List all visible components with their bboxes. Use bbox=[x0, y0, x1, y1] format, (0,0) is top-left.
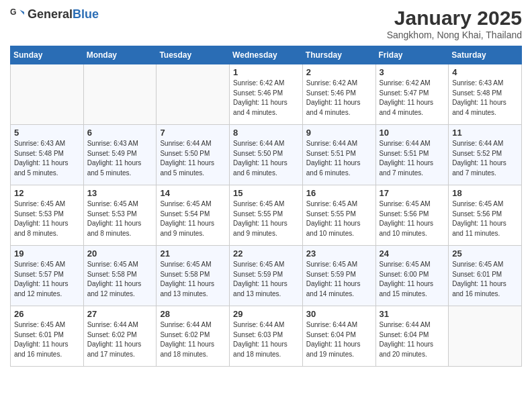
cell-info: Sunrise: 6:43 AMSunset: 5:48 PMDaylight:… bbox=[14, 139, 80, 178]
cell-info: Sunrise: 6:44 AMSunset: 5:52 PMDaylight:… bbox=[452, 139, 518, 178]
cell-info: Sunrise: 6:44 AMSunset: 5:50 PMDaylight:… bbox=[233, 139, 299, 178]
cell-info: Sunrise: 6:44 AMSunset: 6:03 PMDaylight:… bbox=[233, 320, 299, 359]
calendar-cell: 19Sunrise: 6:45 AMSunset: 5:57 PMDayligh… bbox=[11, 246, 84, 306]
day-number: 11 bbox=[452, 128, 518, 138]
calendar-cell: 1Sunrise: 6:42 AMSunset: 5:46 PMDaylight… bbox=[230, 64, 303, 125]
title-block: January 2025 Sangkhom, Nong Khai, Thaila… bbox=[387, 7, 522, 40]
day-number: 29 bbox=[233, 309, 299, 319]
weekday-header-tuesday: Tuesday bbox=[157, 46, 230, 64]
calendar-cell: 27Sunrise: 6:44 AMSunset: 6:02 PMDayligh… bbox=[83, 306, 157, 367]
day-number: 1 bbox=[233, 67, 299, 77]
day-number: 14 bbox=[160, 188, 226, 198]
calendar-cell: 24Sunrise: 6:45 AMSunset: 6:00 PMDayligh… bbox=[375, 246, 449, 306]
calendar-cell: 13Sunrise: 6:45 AMSunset: 5:53 PMDayligh… bbox=[83, 185, 157, 246]
logo-blue: Blue bbox=[73, 8, 99, 20]
day-number: 12 bbox=[14, 188, 80, 198]
cell-info: Sunrise: 6:45 AMSunset: 5:56 PMDaylight:… bbox=[452, 199, 518, 238]
logo-icon: G bbox=[10, 7, 25, 21]
calendar-cell: 21Sunrise: 6:45 AMSunset: 5:58 PMDayligh… bbox=[157, 246, 230, 306]
cell-info: Sunrise: 6:45 AMSunset: 5:53 PMDaylight:… bbox=[87, 199, 153, 238]
day-number: 23 bbox=[306, 248, 372, 259]
day-number: 26 bbox=[14, 309, 80, 319]
calendar-cell bbox=[11, 64, 84, 125]
calendar-cell: 3Sunrise: 6:42 AMSunset: 5:47 PMDaylight… bbox=[375, 64, 449, 125]
cell-info: Sunrise: 6:45 AMSunset: 5:59 PMDaylight:… bbox=[233, 260, 299, 299]
location: Sangkhom, Nong Khai, Thailand bbox=[387, 30, 522, 40]
day-number: 8 bbox=[233, 128, 299, 138]
calendar-week-row: 5Sunrise: 6:43 AMSunset: 5:48 PMDaylight… bbox=[11, 125, 522, 185]
calendar-cell: 22Sunrise: 6:45 AMSunset: 5:59 PMDayligh… bbox=[230, 246, 303, 306]
day-number: 19 bbox=[14, 248, 80, 259]
calendar-cell: 2Sunrise: 6:42 AMSunset: 5:46 PMDaylight… bbox=[302, 64, 375, 125]
cell-info: Sunrise: 6:44 AMSunset: 6:04 PMDaylight:… bbox=[380, 320, 445, 359]
cell-info: Sunrise: 6:44 AMSunset: 5:51 PMDaylight:… bbox=[306, 139, 372, 178]
calendar-cell: 23Sunrise: 6:45 AMSunset: 5:59 PMDayligh… bbox=[302, 246, 375, 306]
page-header: G General Blue January 2025 Sangkhom, No… bbox=[10, 7, 522, 40]
logo-general: General bbox=[28, 8, 73, 20]
day-number: 13 bbox=[87, 188, 153, 198]
calendar-cell: 12Sunrise: 6:45 AMSunset: 5:53 PMDayligh… bbox=[11, 185, 84, 246]
calendar-cell: 4Sunrise: 6:43 AMSunset: 5:48 PMDaylight… bbox=[449, 64, 522, 125]
calendar-week-row: 19Sunrise: 6:45 AMSunset: 5:57 PMDayligh… bbox=[11, 246, 522, 306]
svg-marker-1 bbox=[19, 9, 24, 15]
logo: G General Blue bbox=[10, 7, 99, 21]
day-number: 5 bbox=[14, 128, 80, 138]
day-number: 4 bbox=[452, 67, 518, 77]
weekday-header-sunday: Sunday bbox=[11, 46, 84, 64]
cell-info: Sunrise: 6:45 AMSunset: 6:00 PMDaylight:… bbox=[380, 260, 445, 299]
day-number: 27 bbox=[87, 309, 153, 319]
calendar-cell: 20Sunrise: 6:45 AMSunset: 5:58 PMDayligh… bbox=[83, 246, 157, 306]
calendar-cell: 30Sunrise: 6:44 AMSunset: 6:04 PMDayligh… bbox=[302, 306, 375, 367]
cell-info: Sunrise: 6:45 AMSunset: 5:58 PMDaylight:… bbox=[160, 260, 226, 299]
cell-info: Sunrise: 6:42 AMSunset: 5:47 PMDaylight:… bbox=[380, 79, 445, 118]
calendar-cell: 15Sunrise: 6:45 AMSunset: 5:55 PMDayligh… bbox=[230, 185, 303, 246]
day-number: 21 bbox=[160, 248, 226, 259]
day-number: 15 bbox=[233, 188, 299, 198]
day-number: 28 bbox=[160, 309, 226, 319]
cell-info: Sunrise: 6:45 AMSunset: 5:55 PMDaylight:… bbox=[306, 199, 372, 238]
calendar-cell: 26Sunrise: 6:45 AMSunset: 6:01 PMDayligh… bbox=[11, 306, 84, 367]
calendar-table: SundayMondayTuesdayWednesdayThursdayFrid… bbox=[10, 46, 522, 367]
day-number: 10 bbox=[380, 128, 445, 138]
weekday-header-wednesday: Wednesday bbox=[230, 46, 303, 64]
weekday-header-friday: Friday bbox=[375, 46, 449, 64]
calendar-cell: 14Sunrise: 6:45 AMSunset: 5:54 PMDayligh… bbox=[157, 185, 230, 246]
day-number: 7 bbox=[160, 128, 226, 138]
weekday-header-monday: Monday bbox=[83, 46, 157, 64]
day-number: 25 bbox=[452, 248, 518, 259]
day-number: 9 bbox=[306, 128, 372, 138]
day-number: 3 bbox=[380, 67, 445, 77]
day-number: 16 bbox=[306, 188, 372, 198]
calendar-cell: 25Sunrise: 6:45 AMSunset: 6:01 PMDayligh… bbox=[449, 246, 522, 306]
weekday-header-thursday: Thursday bbox=[302, 46, 375, 64]
day-number: 24 bbox=[380, 248, 445, 259]
cell-info: Sunrise: 6:45 AMSunset: 5:58 PMDaylight:… bbox=[87, 260, 153, 299]
cell-info: Sunrise: 6:45 AMSunset: 5:56 PMDaylight:… bbox=[380, 199, 445, 238]
calendar-cell: 9Sunrise: 6:44 AMSunset: 5:51 PMDaylight… bbox=[302, 125, 375, 185]
calendar-cell: 17Sunrise: 6:45 AMSunset: 5:56 PMDayligh… bbox=[375, 185, 449, 246]
calendar-cell: 11Sunrise: 6:44 AMSunset: 5:52 PMDayligh… bbox=[449, 125, 522, 185]
calendar-cell bbox=[449, 306, 522, 367]
calendar-week-row: 1Sunrise: 6:42 AMSunset: 5:46 PMDaylight… bbox=[11, 64, 522, 125]
cell-info: Sunrise: 6:45 AMSunset: 5:59 PMDaylight:… bbox=[306, 260, 372, 299]
cell-info: Sunrise: 6:45 AMSunset: 5:55 PMDaylight:… bbox=[233, 199, 299, 238]
calendar-cell: 5Sunrise: 6:43 AMSunset: 5:48 PMDaylight… bbox=[11, 125, 84, 185]
cell-info: Sunrise: 6:44 AMSunset: 6:04 PMDaylight:… bbox=[306, 320, 372, 359]
weekday-header-saturday: Saturday bbox=[449, 46, 522, 64]
calendar-cell: 7Sunrise: 6:44 AMSunset: 5:50 PMDaylight… bbox=[157, 125, 230, 185]
calendar-cell: 8Sunrise: 6:44 AMSunset: 5:50 PMDaylight… bbox=[230, 125, 303, 185]
cell-info: Sunrise: 6:44 AMSunset: 6:02 PMDaylight:… bbox=[160, 320, 226, 359]
calendar-cell bbox=[157, 64, 230, 125]
calendar-cell: 16Sunrise: 6:45 AMSunset: 5:55 PMDayligh… bbox=[302, 185, 375, 246]
calendar-week-row: 26Sunrise: 6:45 AMSunset: 6:01 PMDayligh… bbox=[11, 306, 522, 367]
cell-info: Sunrise: 6:45 AMSunset: 5:57 PMDaylight:… bbox=[14, 260, 80, 299]
calendar-week-row: 12Sunrise: 6:45 AMSunset: 5:53 PMDayligh… bbox=[11, 185, 522, 246]
day-number: 22 bbox=[233, 248, 299, 259]
weekday-header-row: SundayMondayTuesdayWednesdayThursdayFrid… bbox=[11, 46, 522, 64]
calendar-cell: 6Sunrise: 6:43 AMSunset: 5:49 PMDaylight… bbox=[83, 125, 157, 185]
cell-info: Sunrise: 6:44 AMSunset: 6:02 PMDaylight:… bbox=[87, 320, 153, 359]
day-number: 31 bbox=[380, 309, 445, 319]
cell-info: Sunrise: 6:45 AMSunset: 5:53 PMDaylight:… bbox=[14, 199, 80, 238]
day-number: 30 bbox=[306, 309, 372, 319]
calendar-cell: 10Sunrise: 6:44 AMSunset: 5:51 PMDayligh… bbox=[375, 125, 449, 185]
